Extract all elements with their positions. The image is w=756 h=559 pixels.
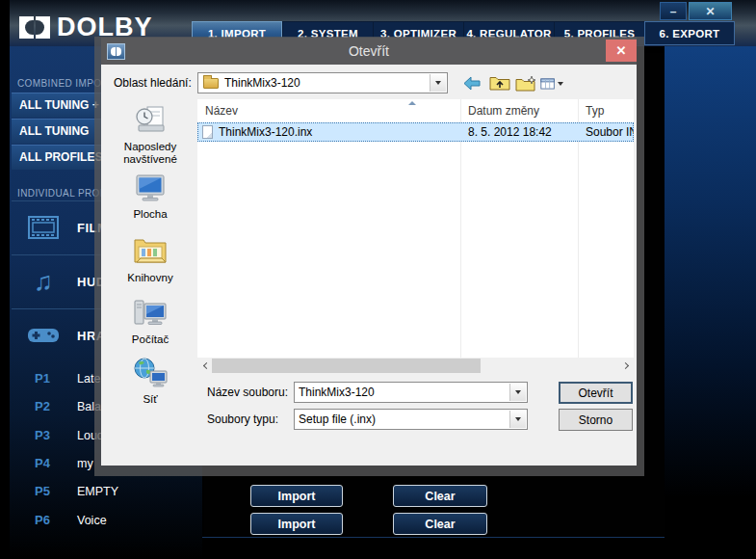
place-desktop[interactable]: Plocha [105, 173, 196, 221]
cancel-button[interactable]: Storno [559, 409, 633, 431]
horizontal-scrollbar[interactable] [197, 359, 634, 373]
places-bar: Naposledy navštívené Ploc [105, 65, 196, 466]
file-name-label: Název souboru: [207, 386, 288, 399]
look-in-dropdown-button[interactable] [430, 74, 446, 92]
place-label: Síť [143, 393, 157, 406]
recent-places-icon [133, 104, 168, 138]
file-type-dropdown-button[interactable] [509, 411, 526, 428]
scroll-right-button[interactable] [619, 359, 634, 373]
network-icon [132, 357, 169, 390]
back-icon[interactable] [462, 74, 485, 93]
chevron-down-icon [435, 81, 441, 85]
preset-id: P6 [35, 513, 58, 527]
file-icon [202, 125, 213, 139]
libraries-icon [132, 235, 169, 269]
sort-ascending-icon [408, 101, 416, 105]
file-name-input[interactable] [295, 383, 527, 402]
minimize-icon: – [670, 5, 677, 18]
folder-icon [203, 78, 219, 89]
file-list: Název Datum změny Typ ThinkMix3-120.inx … [197, 99, 634, 358]
clear-button-1[interactable]: Clear [393, 485, 487, 507]
panel-bottom-edge [193, 537, 665, 538]
close-icon: ✕ [705, 5, 715, 18]
preset-id: P2 [35, 399, 58, 413]
file-modified-cell: 8. 5. 2012 18:42 [460, 125, 578, 139]
file-name-cell: ThinkMix3-120.inx [219, 125, 312, 139]
preset-id: P5 [35, 484, 58, 498]
chevron-down-icon [515, 390, 521, 394]
up-folder-icon[interactable] [489, 74, 512, 93]
computer-icon [132, 297, 169, 331]
preset-name: Voice [77, 514, 107, 527]
preset-name: my [77, 457, 93, 470]
tab-export[interactable]: 6. EXPORT [644, 21, 735, 45]
place-label: Počítač [132, 333, 169, 346]
film-icon [27, 216, 60, 239]
file-type-value: Setup file (.inx) [295, 413, 376, 426]
open-dialog: Otevřít ✕ Oblast hledání: ThinkMix3-120 [94, 37, 644, 476]
preset-name: EMPTY [77, 485, 118, 498]
dialog-titlebar[interactable]: Otevřít ✕ [101, 38, 637, 65]
music-note-icon: ♫ [27, 269, 60, 295]
right-gradient-panel [665, 46, 756, 559]
file-name-combobox[interactable] [294, 382, 528, 403]
file-type-cell: Soubor IN [578, 125, 634, 139]
dialog-title: Otevřít [101, 43, 637, 59]
file-type-combobox[interactable]: Setup file (.inx) [294, 409, 528, 430]
preset-id: P1 [35, 371, 58, 386]
column-header-name[interactable]: Název [197, 104, 460, 118]
file-list-header: Název Datum změny Typ [197, 99, 634, 122]
place-label: Naposledy navštívené [105, 141, 196, 166]
sidebar-item-p6[interactable]: P6 Voice [12, 506, 202, 534]
chevron-down-icon [558, 82, 563, 86]
app-window: DOLBY – ✕ 1. IMPORT 2. SYSTEM 3. OPTIMIZ… [0, 0, 756, 559]
scrollbar-track[interactable] [212, 359, 619, 373]
column-header-modified[interactable]: Datum změny [460, 104, 578, 118]
new-folder-icon[interactable] [515, 74, 538, 93]
column-header-type[interactable]: Typ [578, 104, 634, 118]
left-black-strip [0, 0, 10, 559]
open-button[interactable]: Otevřít [559, 382, 633, 404]
place-label: Plocha [133, 208, 167, 221]
individual-profiles-header: INDIVIDUAL PROF [17, 188, 106, 199]
dialog-body: Oblast hledání: ThinkMix3-120 [101, 65, 637, 466]
chevron-down-icon [515, 417, 521, 421]
import-button-2[interactable]: Import [250, 513, 343, 535]
dialog-close-button[interactable]: ✕ [606, 40, 637, 62]
file-type-label: Soubory typu: [207, 413, 278, 426]
app-close-button[interactable]: ✕ [689, 2, 732, 20]
chevron-right-icon [621, 362, 628, 369]
place-network[interactable]: Síť [105, 357, 196, 406]
desktop-icon [133, 173, 168, 205]
close-icon: ✕ [616, 43, 627, 58]
clear-button-2[interactable]: Clear [393, 513, 487, 535]
scroll-left-button[interactable] [197, 359, 212, 373]
look-in-value: ThinkMix3-120 [224, 76, 300, 90]
dolby-double-d-icon [19, 16, 50, 39]
preset-id: P4 [35, 456, 58, 470]
import-button-1[interactable]: Import [250, 485, 343, 507]
place-label: Knihovny [127, 272, 172, 284]
minimize-button[interactable]: – [660, 2, 687, 20]
gamepad-icon [27, 327, 60, 344]
file-row-selected[interactable]: ThinkMix3-120.inx 8. 5. 2012 18:42 Soubo… [197, 122, 634, 142]
chevron-left-icon [202, 362, 209, 369]
place-libraries[interactable]: Knihovny [105, 235, 196, 284]
view-menu-icon[interactable] [540, 74, 563, 93]
place-recent[interactable]: Naposledy navštívené [105, 104, 196, 166]
place-computer[interactable]: Počítač [105, 297, 196, 346]
look-in-combobox[interactable]: ThinkMix3-120 [197, 72, 448, 93]
file-name-dropdown-button[interactable] [509, 384, 526, 401]
scrollbar-thumb[interactable] [212, 359, 481, 373]
sidebar-item-p5[interactable]: P5 EMPTY [12, 477, 202, 505]
preset-id: P3 [35, 428, 58, 442]
